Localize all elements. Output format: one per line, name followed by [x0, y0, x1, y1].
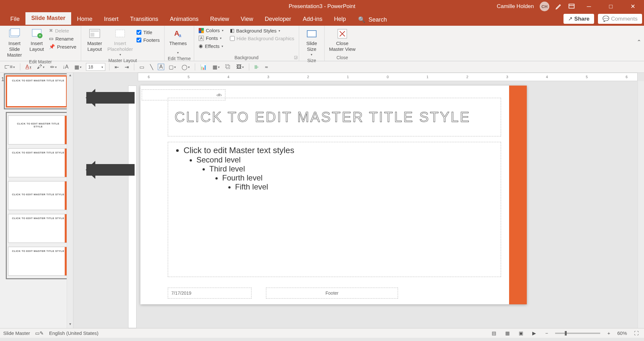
minimize-button[interactable]: ─ [581, 0, 597, 13]
insert-slide-master-button[interactable]: Insert Slide Master [3, 27, 26, 59]
footers-checkbox[interactable]: Footers [135, 37, 161, 43]
font-size-combo[interactable]: 18▾ [86, 63, 105, 71]
tab-animations[interactable]: Animations [164, 13, 204, 26]
layout-thumbnail[interactable]: CLICK TO EDIT MASTER TITLE STYLE [8, 148, 68, 177]
status-bar: Slide Master ▭✎ English (United States) … [0, 328, 644, 338]
ribbon-display-icon[interactable] [568, 3, 575, 10]
slide-number-placeholder[interactable]: ‹#› [142, 89, 225, 100]
slide-sorter-button[interactable]: ▦ [503, 330, 512, 337]
comments-button[interactable]: 💬Comments [598, 14, 642, 24]
scroll-down-button[interactable]: ▾ [67, 322, 73, 328]
align-objects-button[interactable]: ⊪ [253, 63, 260, 71]
decrease-indent-button[interactable]: ⇤ [113, 63, 120, 71]
tab-insert[interactable]: Insert [98, 13, 124, 26]
group-close-label: Close [328, 54, 357, 60]
master-layout-icon [88, 28, 101, 40]
crop-button[interactable]: ⿻ [224, 63, 232, 70]
themes-label: Themes [169, 41, 187, 46]
layout-thumbnail[interactable]: CLICK TO EDIT MASTER TITLE STYLE [8, 247, 68, 276]
delete-layout-button[interactable]: ✖Delete [48, 27, 78, 34]
increase-indent-button[interactable]: ⇥ [123, 63, 130, 71]
align-button[interactable]: ⫍≡ ▾ [3, 63, 16, 70]
slide-size-button[interactable]: Slide Size ▾ [302, 27, 321, 57]
preserve-button[interactable]: 📌Preserve [48, 43, 78, 50]
slide-master-canvas[interactable]: CLICK TO EDIT MASTER TITLE STYLE Click t… [140, 86, 527, 304]
thumbnail-scrollbar[interactable]: ▴ ▾ [67, 73, 73, 328]
shapes-button[interactable]: ▢ ▾ [167, 63, 177, 71]
tab-developer[interactable]: Developer [259, 13, 297, 26]
canvas-scrollbar[interactable] [638, 81, 644, 328]
share-button[interactable]: ↗Share [564, 14, 594, 24]
group-edit-master-label: Edit Master [3, 59, 78, 64]
language-label[interactable]: English (United States) [49, 330, 98, 336]
tab-addins[interactable]: Add-ins [297, 13, 328, 26]
group-edit-theme: Aa Themes▾ Edit Theme [165, 26, 194, 61]
tab-file[interactable]: File [5, 13, 25, 26]
layout-thumbnail[interactable]: CLICK TO EDIT MASTER TITLE STYLE [8, 181, 68, 210]
rename-button[interactable]: ▭Rename [48, 35, 78, 42]
fit-to-window-button[interactable]: ⛶ [632, 330, 641, 336]
scroll-up-button[interactable]: ▴ [67, 73, 73, 79]
layout-thumbnail[interactable]: CLICK TO EDIT MASTER TITLE STYLE [8, 115, 68, 144]
tab-view[interactable]: View [235, 13, 259, 26]
close-window-button[interactable]: ✕ [625, 0, 641, 13]
slide-master-thumbnail[interactable]: CLICK TO EDIT MASTER TITLE STYLE [6, 75, 71, 107]
reading-view-button[interactable]: ▣ [517, 330, 525, 337]
date-placeholder[interactable]: 7/17/2019 [168, 288, 251, 299]
svg-text:+: + [39, 33, 41, 38]
master-layout-button[interactable]: Master Layout [84, 27, 105, 53]
content-placeholder[interactable]: Click to edit Master text styles Second … [168, 142, 501, 277]
effects-label: Effects [205, 43, 220, 49]
title-placeholder[interactable]: CLICK TO EDIT MASTER TITLE STYLE [168, 98, 501, 136]
tab-review[interactable]: Review [204, 13, 235, 26]
tab-help[interactable]: Help [328, 13, 352, 26]
footer-placeholder[interactable]: Footer [266, 288, 398, 299]
layout-thumbnail[interactable]: CLICK TO EDIT MASTER TITLE STYLE [8, 214, 68, 243]
title-checkbox[interactable]: Title [135, 29, 161, 36]
normal-view-button[interactable]: ▤ [490, 330, 498, 337]
hide-bg-checkbox[interactable]: Hide Background Graphics [229, 35, 296, 42]
collapse-ribbon-button[interactable]: ⌃ [637, 39, 641, 46]
effects-button[interactable]: ◉Effects ▾ [197, 42, 224, 50]
oval-button[interactable]: ◯ ▾ [180, 63, 191, 71]
svg-rect-2 [11, 29, 20, 36]
chart-button[interactable]: 📊 [199, 63, 208, 71]
insert-layout-button[interactable]: + Insert Layout [27, 27, 46, 53]
tell-me-search[interactable]: 🔍 Search [352, 16, 393, 26]
fonts-button[interactable]: AFonts ▾ [197, 35, 224, 41]
line-shape-button[interactable]: ╲ [149, 63, 155, 71]
tab-home[interactable]: Home [71, 13, 98, 26]
picture-button[interactable]: 🖼 ▾ [235, 63, 245, 70]
colors-icon [199, 28, 204, 33]
zoom-out-button[interactable]: − [543, 330, 550, 336]
bg-styles-label: Background Styles [236, 28, 277, 33]
insert-placeholder-button[interactable]: Insert Placeholder ▾ [106, 27, 134, 57]
tab-transitions[interactable]: Transitions [124, 13, 164, 26]
rectangle-shape-button[interactable]: ▭ [138, 63, 146, 71]
colors-button[interactable]: Colors ▾ [197, 27, 224, 34]
accent-bar [509, 86, 527, 304]
text-box-button[interactable]: A [158, 64, 165, 70]
chevron-down-icon: ▾ [177, 47, 179, 55]
maximize-button[interactable]: □ [603, 0, 619, 13]
font-color-button[interactable]: A ▾ [24, 63, 33, 70]
tab-slide-master[interactable]: Slide Master [25, 12, 71, 26]
spellcheck-icon[interactable]: ▭✎ [35, 330, 44, 336]
zoom-slider[interactable] [555, 333, 600, 334]
svg-rect-8 [90, 33, 94, 37]
slideshow-button[interactable]: ▶ [530, 330, 538, 337]
background-dialog-launcher[interactable]: ◲ [294, 55, 298, 60]
user-avatar[interactable]: CH [540, 2, 549, 11]
zoom-in-button[interactable]: + [605, 330, 612, 336]
pen-icon[interactable] [555, 3, 562, 10]
background-styles-button[interactable]: ◧Background Styles ▾ [229, 27, 296, 34]
sort-button[interactable]: ↓A [61, 63, 70, 70]
zoom-level[interactable]: 60% [617, 330, 627, 336]
highlight-button[interactable]: 🖍 ▾ [36, 63, 46, 70]
themes-button[interactable]: Aa Themes▾ [168, 27, 188, 55]
more-commands-button[interactable]: ≂ [263, 64, 270, 70]
close-master-view-button[interactable]: Close Master View [328, 27, 357, 53]
svg-rect-12 [199, 28, 201, 31]
table-button[interactable]: ▦ ▾ [211, 63, 221, 71]
view-mode-label: Slide Master [3, 330, 30, 336]
